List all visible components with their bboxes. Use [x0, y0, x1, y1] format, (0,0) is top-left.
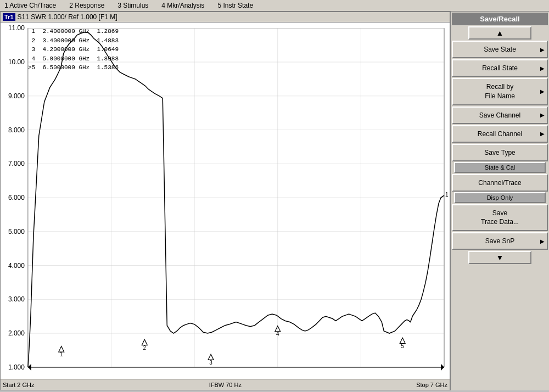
svg-text:10.00: 10.00 [8, 58, 25, 66]
svg-text:5.000: 5.000 [8, 228, 25, 236]
nav-up-arrow[interactable]: ▲ [468, 26, 531, 40]
right-panel: Save/Recall ▲ Save State ▶ Recall State … [450, 12, 549, 390]
marker-4: 4 5.0000000 GHz 1.8988 [28, 54, 119, 64]
svg-text:4.000: 4.000 [8, 262, 25, 270]
recall-state-button[interactable]: Recall State ▶ [452, 59, 548, 77]
svg-text:4: 4 [276, 331, 279, 337]
arrow-icon: ▶ [540, 65, 545, 71]
arrow-icon: ▶ [540, 47, 545, 53]
chart-container: 1 2.4000000 GHz 1.2869 2 3.4000000 GHz 1… [1, 23, 450, 390]
menu-response[interactable]: 2 Response [67, 1, 107, 10]
chart-area: Tr1 S11 SWR 1.000/ Ref 1.000 [F1 M] 1 2.… [0, 12, 450, 390]
svg-text:3.000: 3.000 [8, 295, 25, 303]
save-type-sub[interactable]: State & Cal [454, 162, 546, 173]
marker-3: 3 4.2000000 GHz 1.0649 [28, 45, 119, 54]
svg-text:3: 3 [209, 360, 212, 366]
marker-2: 2 3.4000000 GHz 1.4883 [28, 36, 119, 46]
nav-down-arrow[interactable]: ▼ [468, 251, 531, 264]
svg-text:9.000: 9.000 [8, 92, 25, 100]
menu-instr-state[interactable]: 5 Instr State [215, 1, 255, 10]
svg-text:11.00: 11.00 [8, 24, 25, 32]
svg-text:8.000: 8.000 [8, 126, 25, 134]
svg-text:2.000: 2.000 [8, 329, 25, 337]
svg-text:1: 1 [60, 351, 63, 357]
status-start: Start 2 GHz [3, 382, 34, 388]
status-bar: Start 2 GHz IFBW 70 Hz Stop 7 GHz [1, 379, 450, 390]
trace-label: Tr1 [3, 13, 15, 21]
marker-1: 1 2.4000000 GHz 1.2869 [28, 27, 119, 36]
marker-5: >5 6.5000000 GHz 1.5386 [28, 63, 119, 72]
status-stop: Stop 7 GHz [416, 382, 447, 388]
trace-header: Tr1 S11 SWR 1.000/ Ref 1.000 [F1 M] [1, 12, 450, 23]
channel-trace-button[interactable]: Channel/Trace [452, 174, 548, 192]
save-channel-button[interactable]: Save Channel ▶ [452, 107, 548, 124]
recall-channel-button[interactable]: Recall Channel ▶ [452, 125, 548, 143]
menu-active-ch[interactable]: 1 Active Ch/Trace [2, 1, 58, 10]
arrow-icon: ▶ [540, 238, 545, 244]
arrow-icon: ▶ [540, 88, 545, 96]
save-type-button[interactable]: Save Type [452, 144, 548, 161]
arrow-icon: ▶ [540, 112, 545, 118]
status-center: IFBW 70 Hz [34, 382, 416, 388]
chart-svg: 11.00 10.00 9.000 8.000 7.000 6.000 5.00… [1, 23, 450, 390]
save-snp-button[interactable]: Save SnP ▶ [452, 232, 548, 250]
menu-mkr-analysis[interactable]: 4 Mkr/Analysis [159, 1, 206, 10]
svg-text:1: 1 [445, 192, 449, 198]
svg-text:5: 5 [401, 343, 404, 349]
channel-trace-group: Channel/Trace Disp Only [452, 174, 548, 203]
svg-text:7.000: 7.000 [8, 160, 25, 167]
marker-legend: 1 2.4000000 GHz 1.2869 2 3.4000000 GHz 1… [28, 27, 119, 72]
channel-trace-sub[interactable]: Disp Only [454, 192, 546, 203]
save-trace-data-button[interactable]: Save Trace Data... [452, 204, 548, 232]
menu-stimulus[interactable]: 3 Stimulus [115, 1, 150, 10]
save-type-group: Save Type State & Cal [452, 144, 548, 173]
save-state-button[interactable]: Save State ▶ [452, 41, 548, 58]
recall-by-file-name-button[interactable]: Recall by File Name ▶ [452, 78, 548, 105]
menu-bar: 1 Active Ch/Trace 2 Response 3 Stimulus … [0, 0, 549, 12]
arrow-icon: ▶ [540, 131, 545, 137]
main-layout: Tr1 S11 SWR 1.000/ Ref 1.000 [F1 M] 1 2.… [0, 12, 549, 390]
svg-text:6.000: 6.000 [8, 194, 25, 201]
panel-title: Save/Recall [452, 13, 548, 25]
trace-info: S11 SWR 1.000/ Ref 1.000 [F1 M] [18, 13, 117, 21]
svg-text:1.000: 1.000 [8, 363, 25, 371]
svg-text:2: 2 [143, 345, 147, 351]
